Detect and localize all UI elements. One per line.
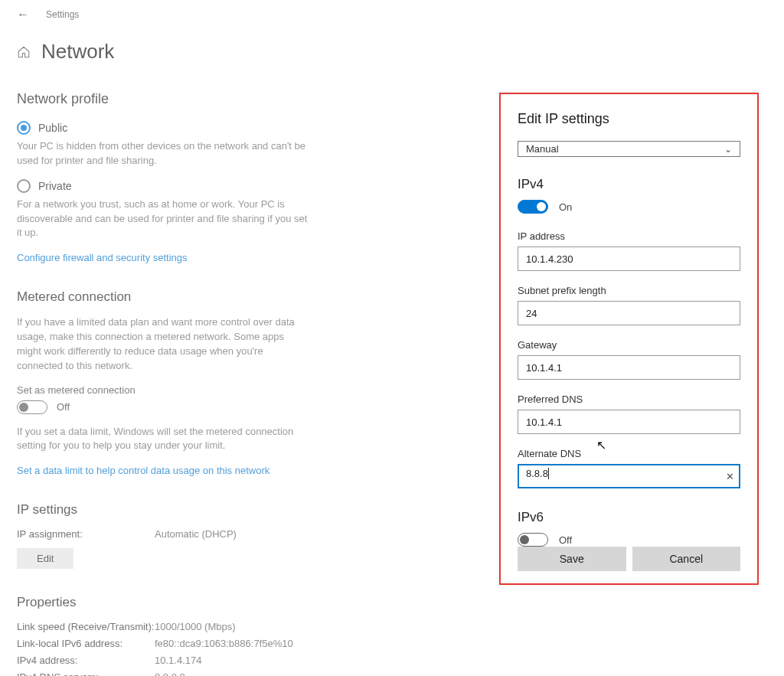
public-radio[interactable]: [17, 121, 31, 135]
ipv6-toggle[interactable]: [518, 533, 548, 547]
ipv6-toggle-state: Off: [559, 534, 572, 546]
breadcrumb: Settings: [46, 9, 79, 20]
metered-note: If you set a data limit, Windows will se…: [17, 425, 308, 454]
property-key: IPv4 address:: [17, 655, 155, 666]
alternate-dns-value: 8.8.8: [526, 468, 548, 479]
ipv4-toggle[interactable]: [518, 200, 548, 214]
firewall-link[interactable]: Configure firewall and security settings: [17, 252, 188, 263]
home-icon: [17, 45, 31, 59]
subnet-prefix-label: Subnet prefix length: [518, 285, 740, 296]
ip-address-input[interactable]: [518, 247, 740, 271]
preferred-dns-input[interactable]: [518, 410, 740, 434]
metered-desc: If you have a limited data plan and want…: [17, 315, 308, 373]
property-row: IPv4 DNS servers:8.8.8.8 8.8.4.4: [17, 671, 767, 676]
alternate-dns-label: Alternate DNS: [518, 448, 740, 459]
back-arrow-icon[interactable]: ←: [17, 8, 29, 21]
gateway-input[interactable]: [518, 355, 740, 380]
property-key: Link-local IPv6 address:: [17, 638, 155, 649]
datalimit-link[interactable]: Set a data limit to help control data us…: [17, 465, 270, 476]
property-value: 8.8.8.8 8.8.4.4: [155, 671, 185, 676]
public-desc: Your PC is hidden from other devices on …: [17, 139, 308, 168]
dialog-title: Edit IP settings: [518, 111, 740, 127]
alternate-dns-input[interactable]: 8.8.8: [518, 464, 740, 488]
property-value: fe80::dca9:1063:b886:7f5e%10: [155, 638, 293, 649]
property-key: IPv4 DNS servers:: [17, 671, 155, 676]
public-label: Public: [38, 122, 67, 134]
ipv4-toggle-state: On: [559, 201, 572, 213]
metered-toggle-state: Off: [57, 401, 70, 413]
chevron-down-icon: ⌄: [724, 144, 732, 155]
property-row: IPv4 address:10.1.4.174: [17, 655, 767, 666]
edit-ip-dialog: Edit IP settings Manual ⌄ IPv4 On IP add…: [499, 93, 759, 585]
clear-input-icon[interactable]: ✕: [726, 471, 734, 482]
subnet-prefix-input[interactable]: [518, 301, 740, 325]
ip-assignment-value: Automatic (DHCP): [155, 528, 237, 540]
ip-mode-select[interactable]: Manual ⌄: [518, 141, 740, 157]
save-button[interactable]: Save: [518, 547, 626, 571]
edit-button[interactable]: Edit: [17, 548, 74, 569]
private-desc: For a network you trust, such as at home…: [17, 198, 308, 241]
private-radio[interactable]: [17, 179, 31, 193]
cancel-button[interactable]: Cancel: [632, 547, 741, 571]
property-row: Link speed (Receive/Transmit):1000/1000 …: [17, 621, 767, 632]
page-title: Network: [41, 40, 114, 64]
property-value: 10.1.4.174: [155, 655, 201, 666]
ip-address-label: IP address: [518, 230, 740, 242]
ip-mode-value: Manual: [526, 143, 559, 155]
properties-heading: Properties: [17, 595, 767, 610]
private-label: Private: [38, 180, 72, 192]
ipv6-heading: IPv6: [518, 510, 740, 525]
ip-assignment-label: IP assignment:: [17, 528, 155, 540]
gateway-label: Gateway: [518, 339, 740, 351]
preferred-dns-label: Preferred DNS: [518, 394, 740, 405]
property-row: Link-local IPv6 address:fe80::dca9:1063:…: [17, 638, 767, 649]
ipv4-heading: IPv4: [518, 177, 740, 192]
property-value: 1000/1000 (Mbps): [155, 621, 236, 632]
property-key: Link speed (Receive/Transmit):: [17, 621, 155, 632]
metered-toggle[interactable]: [17, 400, 47, 414]
